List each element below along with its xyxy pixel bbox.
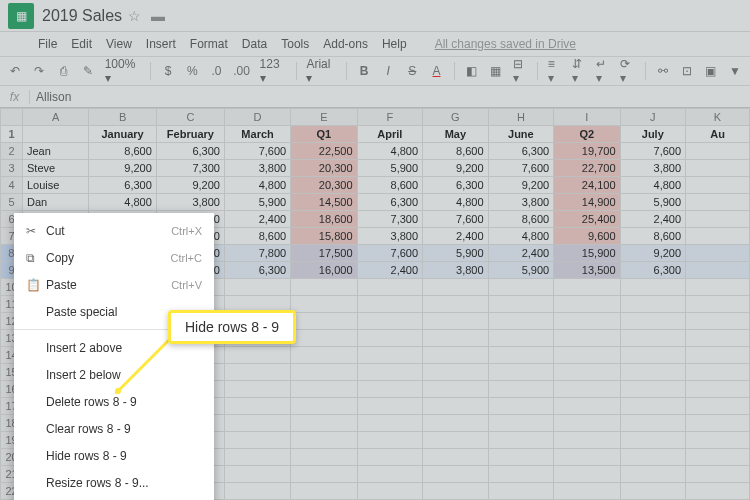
cell[interactable] xyxy=(554,449,620,466)
cell[interactable]: 7,600 xyxy=(224,143,290,160)
cell[interactable]: 2,400 xyxy=(423,228,489,245)
italic-button[interactable]: I xyxy=(381,63,395,79)
col-header-I[interactable]: I xyxy=(554,109,620,126)
print-icon[interactable]: ⎙ xyxy=(56,63,70,79)
col-header-A[interactable]: A xyxy=(23,109,89,126)
borders-button[interactable]: ▦ xyxy=(489,63,503,79)
cell[interactable]: 8,600 xyxy=(357,177,423,194)
cell[interactable] xyxy=(554,483,620,500)
header-cell[interactable]: March xyxy=(224,126,290,143)
cell[interactable] xyxy=(686,432,750,449)
cell[interactable]: 8,600 xyxy=(224,228,290,245)
decrease-decimal-button[interactable]: .0 xyxy=(209,63,223,79)
cell[interactable]: 4,800 xyxy=(224,177,290,194)
cell[interactable] xyxy=(357,432,423,449)
cell[interactable]: Dan xyxy=(23,194,89,211)
header-cell[interactable]: April xyxy=(357,126,423,143)
ctx-clear-rows[interactable]: Clear rows 8 - 9 xyxy=(14,415,214,442)
wrap-button[interactable]: ↵ ▾ xyxy=(596,63,610,79)
cell[interactable]: 2,400 xyxy=(224,211,290,228)
cell[interactable]: 7,300 xyxy=(357,211,423,228)
cell[interactable]: 9,200 xyxy=(156,177,224,194)
cell[interactable] xyxy=(357,347,423,364)
cell[interactable] xyxy=(686,177,750,194)
cell[interactable] xyxy=(620,466,686,483)
cell[interactable] xyxy=(620,330,686,347)
cell[interactable] xyxy=(686,364,750,381)
cell[interactable] xyxy=(423,432,489,449)
chart-button[interactable]: ▣ xyxy=(704,63,718,79)
cell[interactable] xyxy=(686,160,750,177)
percent-button[interactable]: % xyxy=(185,63,199,79)
cell[interactable]: 17,500 xyxy=(291,245,357,262)
header-cell[interactable]: Q2 xyxy=(554,126,620,143)
cell[interactable]: 6,300 xyxy=(488,143,554,160)
cell[interactable]: 3,800 xyxy=(620,160,686,177)
ctx-cut[interactable]: ✂CutCtrl+X xyxy=(14,217,214,244)
ctx-delete-rows[interactable]: Delete rows 8 - 9 xyxy=(14,388,214,415)
paint-format-icon[interactable]: ✎ xyxy=(81,63,95,79)
cell[interactable]: 8,600 xyxy=(423,143,489,160)
row-header-2[interactable]: 2 xyxy=(1,143,23,160)
merge-button[interactable]: ⊟ ▾ xyxy=(513,63,527,79)
cell[interactable] xyxy=(224,364,290,381)
cell[interactable] xyxy=(686,381,750,398)
format-more-button[interactable]: 123 ▾ xyxy=(260,57,286,85)
cell[interactable] xyxy=(686,228,750,245)
cell[interactable] xyxy=(291,483,357,500)
cell[interactable] xyxy=(620,364,686,381)
cell[interactable] xyxy=(423,364,489,381)
cell[interactable] xyxy=(423,330,489,347)
cell[interactable]: 6,300 xyxy=(357,194,423,211)
cell[interactable]: 2,400 xyxy=(357,262,423,279)
font-select[interactable]: Arial ▾ xyxy=(306,57,336,85)
filter-button[interactable]: ▼ xyxy=(728,63,742,79)
cell[interactable] xyxy=(620,432,686,449)
ctx-resize-rows[interactable]: Resize rows 8 - 9... xyxy=(14,469,214,496)
col-header-C[interactable]: C xyxy=(156,109,224,126)
cell[interactable] xyxy=(423,398,489,415)
ctx-paste[interactable]: 📋PasteCtrl+V xyxy=(14,271,214,298)
col-header-D[interactable]: D xyxy=(224,109,290,126)
cell[interactable] xyxy=(686,279,750,296)
row-header-4[interactable]: 4 xyxy=(1,177,23,194)
col-header-K[interactable]: K xyxy=(686,109,750,126)
cell[interactable] xyxy=(423,296,489,313)
rotate-button[interactable]: ⟳ ▾ xyxy=(620,63,634,79)
cell[interactable] xyxy=(620,279,686,296)
cell[interactable] xyxy=(554,279,620,296)
header-cell[interactable]: May xyxy=(423,126,489,143)
cell[interactable]: 4,800 xyxy=(620,177,686,194)
cell[interactable] xyxy=(291,415,357,432)
col-header-J[interactable]: J xyxy=(620,109,686,126)
star-icon[interactable]: ☆ xyxy=(128,8,141,24)
cell[interactable] xyxy=(291,381,357,398)
cell[interactable] xyxy=(686,330,750,347)
cell[interactable] xyxy=(488,364,554,381)
folder-icon[interactable]: ▬ xyxy=(151,8,165,24)
cell[interactable]: 2,400 xyxy=(488,245,554,262)
cell[interactable] xyxy=(686,347,750,364)
cell[interactable] xyxy=(357,449,423,466)
cell[interactable] xyxy=(291,296,357,313)
cell[interactable]: 8,600 xyxy=(488,211,554,228)
header-cell[interactable]: Q1 xyxy=(291,126,357,143)
cell[interactable] xyxy=(357,415,423,432)
cell[interactable]: 7,600 xyxy=(488,160,554,177)
valign-button[interactable]: ⇵ ▾ xyxy=(572,63,586,79)
cell[interactable] xyxy=(686,466,750,483)
cell[interactable] xyxy=(423,279,489,296)
cell[interactable] xyxy=(488,449,554,466)
cell[interactable]: Jean xyxy=(23,143,89,160)
cell[interactable] xyxy=(423,381,489,398)
cell[interactable]: 5,900 xyxy=(423,245,489,262)
cell[interactable]: 9,200 xyxy=(488,177,554,194)
col-header-H[interactable]: H xyxy=(488,109,554,126)
link-button[interactable]: ⚯ xyxy=(655,63,669,79)
menu-data[interactable]: Data xyxy=(242,37,267,51)
cell[interactable]: 18,600 xyxy=(291,211,357,228)
cell[interactable] xyxy=(554,296,620,313)
cell[interactable]: 20,300 xyxy=(291,177,357,194)
menu-tools[interactable]: Tools xyxy=(281,37,309,51)
cell[interactable]: 4,800 xyxy=(488,228,554,245)
